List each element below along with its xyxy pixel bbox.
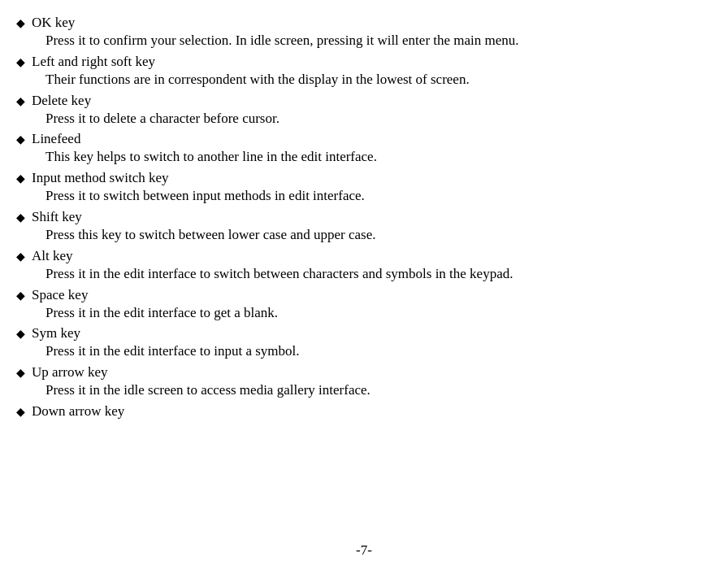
list-item: ◆Sym keyPress it in the edit interface t…	[16, 325, 704, 361]
bullet-icon: ◆	[16, 366, 25, 380]
bullet-icon: ◆	[16, 211, 25, 224]
item-desc: Press it in the edit interface to get a …	[16, 303, 704, 323]
item-desc: This key helps to switch to another line…	[16, 147, 704, 167]
item-desc: Press it to delete a character before cu…	[16, 109, 704, 128]
bullet-icon: ◆	[16, 16, 25, 30]
item-title: Space key	[32, 287, 88, 303]
item-title: Alt key	[32, 248, 73, 264]
list-item: ◆Left and right soft keyTheir functions …	[16, 54, 704, 89]
list-item: ◆Delete keyPress it to delete a characte…	[16, 93, 704, 128]
item-title: Up arrow key	[32, 364, 107, 381]
list-item: ◆Up arrow keyPress it in the idle screen…	[16, 364, 704, 400]
list-item: ◆LinefeedThis key helps to switch to ano…	[16, 131, 704, 167]
list-item: ◆Input method switch keyPress it to swit…	[16, 170, 704, 206]
item-desc: Press it in the edit interface to input …	[16, 342, 704, 361]
bullet-icon: ◆	[16, 289, 25, 302]
bullet-icon: ◆	[16, 405, 25, 419]
list-item: ◆OK keyPress it to confirm your selectio…	[16, 15, 704, 50]
item-desc: Press it in the edit interface to switch…	[16, 264, 704, 284]
page-container: ◆OK keyPress it to confirm your selectio…	[0, 0, 728, 570]
bullet-icon: ◆	[16, 55, 25, 69]
item-title: Input method switch key	[32, 170, 169, 186]
item-title: OK key	[32, 15, 75, 31]
bullet-icon: ◆	[16, 172, 25, 185]
item-desc: Press it to switch between input methods…	[16, 186, 704, 206]
items-container: ◆OK keyPress it to confirm your selectio…	[16, 15, 704, 420]
list-item: ◆Shift keyPress this key to switch betwe…	[16, 209, 704, 245]
item-desc: Press it in the idle screen to access me…	[16, 381, 704, 400]
list-item: ◆Alt keyPress it in the edit interface t…	[16, 248, 704, 284]
bullet-icon: ◆	[16, 94, 25, 108]
page-footer: -7-	[0, 542, 728, 559]
item-title: Down arrow key	[32, 403, 124, 420]
item-desc: Their functions are in correspondent wit…	[16, 70, 704, 89]
item-title: Sym key	[32, 325, 80, 342]
bullet-icon: ◆	[16, 133, 25, 146]
item-desc: Press it to confirm your selection. In i…	[16, 31, 704, 50]
list-item: ◆Space keyPress it in the edit interface…	[16, 287, 704, 323]
bullet-icon: ◆	[16, 327, 25, 341]
item-title: Linefeed	[32, 131, 80, 147]
list-item: ◆Down arrow key	[16, 403, 704, 420]
bullet-icon: ◆	[16, 250, 25, 263]
item-desc: Press this key to switch between lower c…	[16, 225, 704, 245]
item-title: Delete key	[32, 93, 91, 109]
item-title: Left and right soft key	[32, 54, 155, 70]
item-title: Shift key	[32, 209, 82, 225]
